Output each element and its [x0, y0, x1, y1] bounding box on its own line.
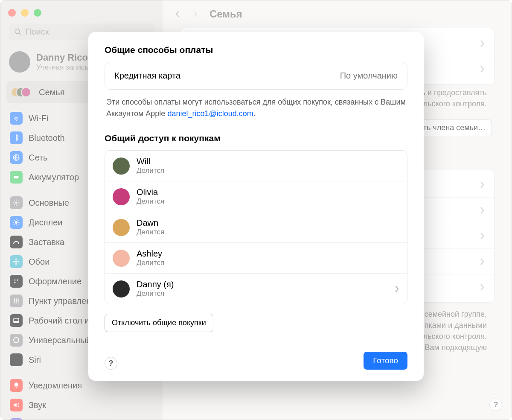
member-avatar: [113, 280, 130, 298]
purchase-sharing-title: Общий доступ к покупкам: [105, 133, 407, 143]
member-status: Делится: [137, 197, 164, 206]
member-name: Will: [137, 157, 164, 166]
member-row: Will Делится: [105, 151, 407, 181]
settings-window: Поиск Danny Rico Учетная запись Семья Wi…: [0, 0, 512, 420]
member-name: Ashley: [137, 249, 164, 259]
member-status: Делится: [137, 289, 174, 298]
done-button[interactable]: Готово: [364, 352, 407, 370]
payment-method-card: Кредитная карта По умолчанию: [105, 62, 407, 90]
credit-card-label: Кредитная карта: [114, 71, 180, 81]
member-status: Делится: [137, 259, 164, 267]
payment-description: Эти способы оплаты могут использоваться …: [105, 90, 407, 120]
member-avatar: [113, 250, 130, 267]
credit-card-row[interactable]: Кредитная карта По умолчанию: [105, 62, 407, 89]
modal-help-button[interactable]: ?: [105, 357, 117, 370]
member-status: Делится: [137, 228, 164, 236]
sharing-members-list: Will Делится Olivia Делится Dawn Делится…: [105, 150, 407, 304]
payment-methods-title: Общие способы оплаты: [105, 45, 407, 55]
member-row: Olivia Делится: [105, 181, 407, 212]
member-row[interactable]: Danny (я) Делится: [105, 273, 407, 304]
chevron-right-icon: [394, 285, 399, 293]
default-label: По умолчанию: [340, 71, 398, 81]
member-name: Olivia: [137, 187, 164, 197]
apple-id-email-link[interactable]: daniel_rico1@icloud.com: [167, 109, 253, 118]
member-name: Danny (я): [137, 280, 174, 289]
member-avatar: [113, 158, 130, 175]
member-name: Dawn: [137, 218, 164, 228]
member-avatar: [113, 219, 130, 236]
purchase-sharing-modal: Общие способы оплаты Кредитная карта По …: [88, 32, 424, 381]
member-row: Ashley Делится: [105, 242, 407, 273]
member-row: Dawn Делится: [105, 212, 407, 242]
member-avatar: [113, 188, 130, 205]
member-status: Делится: [137, 166, 164, 175]
disable-sharing-button[interactable]: Отключить общие покупки: [105, 314, 213, 332]
